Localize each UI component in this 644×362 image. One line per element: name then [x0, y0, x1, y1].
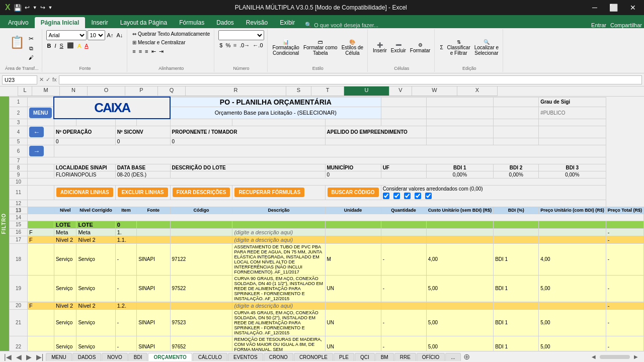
italic-button[interactable]: I	[54, 42, 57, 50]
table-cell[interactable]: BDI 1	[494, 309, 539, 336]
tab-formulas[interactable]: Fórmulas	[173, 17, 210, 28]
formula-input[interactable]	[59, 75, 642, 84]
table-cell[interactable]: UN	[325, 336, 381, 351]
tab-orcamento[interactable]: ORÇAMENTO	[148, 353, 192, 361]
table-cell[interactable]: BUSCAR CÓDIGO	[325, 185, 381, 200]
table-cell[interactable]	[539, 236, 606, 243]
table-cell[interactable]	[494, 107, 539, 119]
table-cell[interactable]	[325, 228, 381, 236]
table-cell[interactable]: 5,00	[539, 275, 606, 302]
col-header-L[interactable]: L	[18, 86, 32, 96]
table-cell[interactable]: Nº SICONV	[115, 126, 170, 138]
table-cell[interactable]: F	[28, 228, 54, 236]
table-cell[interactable]	[494, 228, 539, 236]
format-cells-button[interactable]: ⚙Formatar	[409, 41, 432, 54]
table-cell[interactable]: -	[381, 336, 426, 351]
table-cell[interactable]: Considerar valores arredondados com (0,0…	[381, 185, 606, 200]
table-cell[interactable]: -	[381, 309, 426, 336]
table-cell[interactable]	[325, 138, 426, 145]
table-cell[interactable]	[494, 97, 539, 107]
table-cell[interactable]	[539, 126, 606, 138]
scroll-left-button[interactable]: ◀	[592, 354, 596, 359]
decrease-font-button[interactable]: A↓	[115, 31, 124, 39]
table-cell[interactable]	[494, 138, 539, 145]
tab-inserir[interactable]: Inserir	[85, 17, 114, 28]
currency-button[interactable]: $	[218, 41, 223, 50]
table-cell[interactable]: Nível 2	[76, 236, 115, 243]
table-cell[interactable]	[494, 236, 539, 243]
filter-sidebar[interactable]: FILTRO	[0, 97, 9, 351]
table-cell[interactable]: UF	[381, 164, 426, 171]
table-cell[interactable]	[28, 178, 606, 185]
table-cell[interactable]: Nível 2	[54, 302, 76, 309]
paste-button[interactable]: 📋	[9, 34, 26, 61]
table-cell[interactable]	[381, 171, 426, 178]
table-cell[interactable]	[539, 221, 606, 228]
table-cell[interactable]: DESCRIÇÃO DO LOTE	[170, 164, 325, 171]
col-header-W[interactable]: W	[412, 86, 457, 96]
table-cell[interactable]: Nível 2	[76, 302, 115, 309]
tab-nav-first[interactable]: |◀	[2, 353, 14, 361]
table-cell[interactable]: -	[606, 228, 643, 236]
table-cell[interactable]: PO - PLANILHA ORÇAMENTÁRIA	[170, 97, 381, 107]
table-cell[interactable]	[381, 221, 426, 228]
table-cell[interactable]	[54, 119, 76, 126]
indent-increase-button[interactable]: ⇥	[158, 47, 165, 56]
table-cell[interactable]: 5,00	[426, 309, 494, 336]
scroll-bar[interactable]	[600, 355, 630, 359]
table-cell[interactable]	[426, 138, 494, 145]
sort-filter-button[interactable]: ⇅Classificare Filtrar	[446, 38, 471, 57]
table-cell[interactable]: -	[606, 275, 643, 302]
table-cell[interactable]	[426, 107, 494, 119]
table-cell[interactable]	[137, 221, 170, 228]
undo-icon[interactable]: ↩	[25, 4, 30, 11]
col-header-O[interactable]: O	[88, 86, 125, 96]
table-cell[interactable]: 0	[115, 138, 170, 145]
table-cell[interactable]	[426, 228, 494, 236]
align-center-button[interactable]: ≡	[138, 47, 143, 56]
merge-center-button[interactable]: ⊞ Mesclar e Centralizar	[131, 39, 186, 46]
table-cell[interactable]: #PUBLICO	[539, 107, 606, 119]
table-cell[interactable]	[494, 119, 539, 126]
table-cell[interactable]: EXCLUIR LINHAS	[115, 185, 170, 200]
table-cell[interactable]: -	[606, 309, 643, 336]
tab-arquivo[interactable]: Arquivo	[2, 17, 35, 28]
table-cell[interactable]	[325, 302, 381, 309]
table-cell[interactable]	[137, 228, 170, 236]
border-button[interactable]: ⬛	[66, 41, 75, 50]
table-cell[interactable]: BDI 1	[494, 275, 539, 302]
table-cell[interactable]: 1.1.	[115, 236, 137, 243]
table-cell[interactable]	[426, 221, 494, 228]
filter-button[interactable]: FILTRO	[0, 211, 8, 236]
table-cell[interactable]: 97523	[170, 309, 232, 336]
align-left-button[interactable]: ≡	[131, 47, 136, 56]
col-header-N[interactable]: N	[60, 86, 88, 96]
restore-button[interactable]: ⬜	[606, 3, 621, 13]
table-cell[interactable]: (digite a descrição aqui)	[232, 228, 325, 236]
table-cell[interactable]: -	[381, 275, 426, 302]
table-cell[interactable]: SINAPI	[137, 243, 170, 275]
table-cell[interactable]: BDI 2	[494, 164, 539, 171]
fixar-descricoes-button[interactable]: FIXAR DESCRIÇÕES	[173, 188, 230, 197]
add-sheet-button[interactable]: ⊕	[461, 352, 472, 361]
checkbox-4[interactable]	[415, 193, 421, 199]
table-cell[interactable]: Serviço	[54, 309, 76, 336]
tab-nav-next[interactable]: ▶	[24, 353, 34, 361]
table-cell[interactable]: -	[381, 243, 426, 275]
table-cell[interactable]	[28, 97, 54, 107]
next-button[interactable]: →	[29, 146, 44, 156]
table-cell[interactable]	[232, 221, 325, 228]
table-cell[interactable]	[76, 119, 115, 126]
table-cell[interactable]	[494, 126, 539, 138]
table-cell[interactable]: BDI 1	[494, 243, 539, 275]
table-cell[interactable]: 0	[54, 138, 115, 145]
cancel-formula-icon[interactable]: ✕	[39, 76, 44, 83]
table-cell[interactable]: MENU	[28, 107, 54, 119]
cut-button[interactable]: ✂	[28, 34, 35, 43]
checkbox-2[interactable]	[393, 193, 400, 199]
delete-cells-button[interactable]: ➖Excluir	[390, 41, 407, 54]
table-cell[interactable]	[170, 171, 325, 178]
increase-decimal-button[interactable]: .0→	[238, 41, 251, 50]
table-cell[interactable]	[170, 119, 232, 126]
copy-button[interactable]: ⧉	[28, 44, 35, 53]
